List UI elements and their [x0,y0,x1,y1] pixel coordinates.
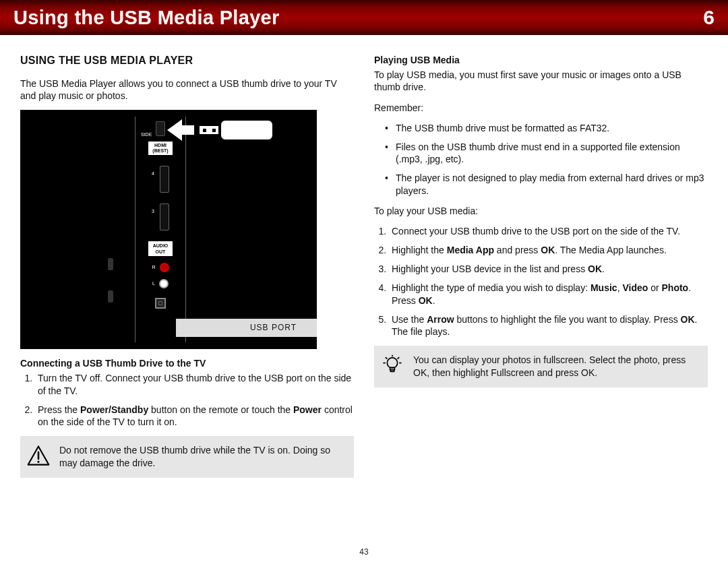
side-label: SIDE [141,131,152,137]
port-3-label: 3 [152,208,154,214]
play-step-2: Highlight the Media App and press OK. Th… [389,244,708,256]
remember-list: The USB thumb drive must be formatted as… [374,122,708,197]
step-2: Press the Power/Standby button on the re… [35,404,354,428]
insert-arrow-icon [167,119,193,141]
play-step-3: Highlight your USB device in the list an… [389,263,708,275]
svg-point-3 [387,358,397,368]
warning-callout: Do not remove the USB thumb drive while … [20,436,354,478]
left-column: USING THE USB MEDIA PLAYER The USB Media… [20,54,354,478]
playing-intro: To play USB media, you must first save y… [374,69,708,93]
connecting-subhead: Connecting a USB Thumb Drive to the TV [20,357,354,369]
audio-jack-red-icon [160,263,169,272]
usb-drive-icon [198,119,274,141]
audio-out-label: AUDIOOUT [148,241,173,256]
tip-callout: You can display your photos in fullscree… [374,346,708,387]
remember-item: Files on the USB thumb drive must end in… [389,141,708,165]
remember-label: Remember: [374,102,708,114]
figure-caption: USB PORT [176,319,317,338]
audio-jack-white-icon [159,279,169,288]
step-1: Turn the TV off. Connect your USB thumb … [35,372,354,396]
play-step-1: Connect your USB thumb drive to the USB … [389,225,708,237]
tip-text: You can display your photos in fullscree… [413,354,698,379]
tv-side-figure: SIDE HDMI(BEST) 4 3 AUDIOOUT R L USB POR… [20,110,317,349]
svg-line-7 [398,357,400,359]
page-content: USING THE USB MEDIA PLAYER The USB Media… [0,35,728,485]
play-step-4: Highlight the type of media you wish to … [389,282,708,306]
vent-slits-icon [108,258,113,303]
l-label: L [152,280,155,286]
play-step-5: Use the Arrow buttons to highlight the f… [389,313,708,338]
connecting-steps: Turn the TV off. Connect your USB thumb … [20,372,354,428]
lightbulb-icon [381,354,404,377]
chapter-header: Using the USB Media Player 6 [0,0,728,35]
svg-line-6 [386,357,388,359]
optical-port-icon [155,298,166,309]
port-4-label: 4 [152,170,154,177]
warning-icon [27,444,50,467]
page-number: 43 [0,547,728,557]
remember-item: The player is not designed to play media… [389,172,708,196]
remember-item: The USB thumb drive must be formatted as… [389,122,708,134]
warning-text: Do not remove the USB thumb drive while … [59,444,344,470]
hdmi-port-icon [160,204,169,230]
svg-point-2 [37,461,39,463]
hdmi-port-icon [160,166,169,193]
chapter-number: 6 [703,6,715,29]
section-heading: USING THE USB MEDIA PLAYER [20,54,354,68]
hdmi-label: HDMI(BEST) [148,142,173,154]
chapter-title: Using the USB Media Player [13,7,280,29]
r-label: R [152,264,155,270]
play-label: To play your USB media: [374,205,708,217]
play-steps: Connect your USB thumb drive to the USB … [374,225,708,338]
usb-slot-icon [156,121,165,136]
port-panel: SIDE HDMI(BEST) 4 3 AUDIOOUT R L [135,117,186,342]
right-column: Playing USB Media To play USB media, you… [374,54,708,478]
playing-subhead: Playing USB Media [374,54,708,66]
intro-text: The USB Media Player allows you to conne… [20,77,354,102]
